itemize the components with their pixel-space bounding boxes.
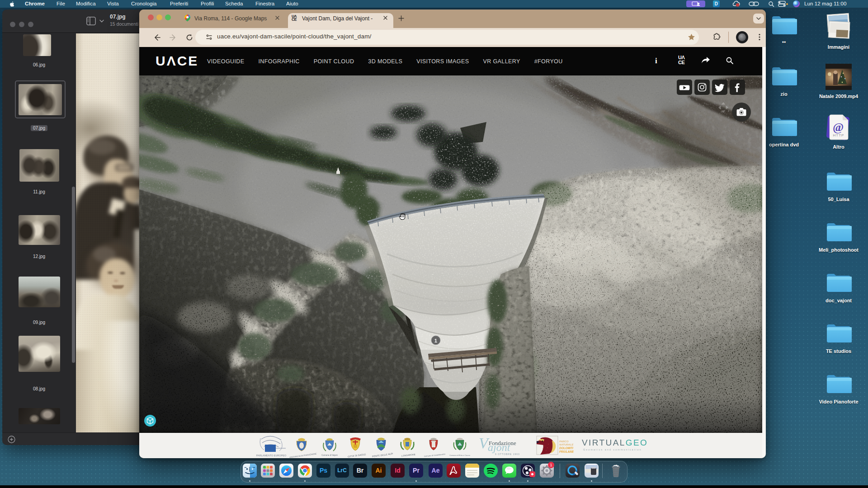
svg-text:NATURALE: NATURALE: [559, 443, 574, 446]
svg-text:VIRTUALGEO: VIRTUALGEO: [582, 438, 648, 447]
svg-text:Comune di Vajont: Comune di Vajont: [321, 454, 338, 456]
svg-text:Geomatics and communication: Geomatics and communication: [583, 448, 642, 451]
svg-text:Comune di Castellavazzo: Comune di Castellavazzo: [424, 453, 446, 457]
svg-text:PONTE DELLE ALPI: PONTE DELLE ALPI: [372, 452, 393, 458]
svg-text:@: @: [833, 121, 844, 134]
svg-text:CITTA' DI SACILE: CITTA' DI SACILE: [348, 453, 367, 458]
svg-text:PARLAMENTO EUROPEO: PARLAMENTO EUROPEO: [256, 454, 287, 457]
svg-text:FRIULANE: FRIULANE: [559, 450, 574, 453]
svg-text:LONGARONE: LONGARONE: [401, 453, 415, 457]
svg-text:PROVINCIA DI PORDENONE: PROVINCIA DI PORDENONE: [289, 453, 317, 458]
svg-text:Comune di Erto e Casso: Comune di Erto e Casso: [449, 454, 470, 456]
svg-text:ajont: ajont: [488, 441, 511, 453]
svg-text:HTTP: HTTP: [833, 133, 844, 137]
svg-text:PARCO: PARCO: [559, 440, 569, 443]
svg-text:9 OTTOBRE 1963: 9 OTTOBRE 1963: [495, 453, 520, 455]
svg-text:DOLOMITI: DOLOMITI: [559, 446, 573, 450]
